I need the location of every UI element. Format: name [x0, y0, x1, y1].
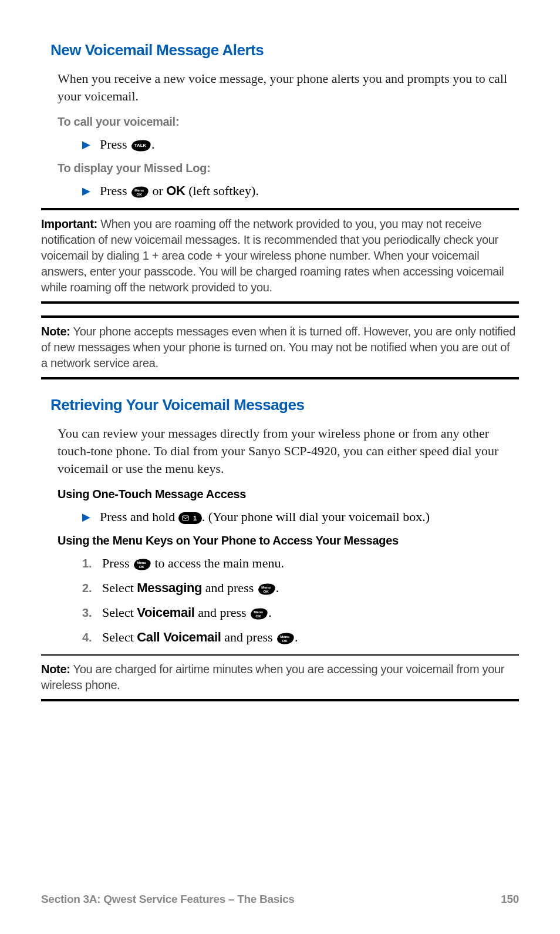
note-text: Your phone accepts messages even when it…: [41, 325, 515, 369]
svg-text:OK: OK: [256, 614, 262, 618]
svg-text:Menu: Menu: [261, 586, 271, 589]
step-text: Press: [102, 556, 133, 570]
important-text: When you are roaming off the network pro…: [41, 217, 504, 294]
menu-item-voicemail: Voicemail: [137, 605, 194, 620]
instruction-label-missed-log: To display your Missed Log:: [58, 162, 519, 175]
numbered-step-2: 2. Select Messaging and press MenuOK.: [82, 580, 519, 596]
step-text-pre: Press and hold: [100, 509, 178, 524]
step-text-pre: Press: [100, 137, 130, 152]
step-text-post: . (Your phone will dial your voicemail b…: [202, 509, 430, 524]
subheading-one-touch: Using One-Touch Message Access: [58, 488, 519, 501]
svg-rect-3: [178, 512, 202, 524]
step-text-post: .: [151, 137, 155, 152]
talk-key-icon: TALK: [130, 139, 151, 152]
footer-page-number: 150: [501, 893, 519, 906]
menu-ok-key-icon: MenuOK: [249, 607, 268, 620]
menu-item-messaging: Messaging: [137, 580, 202, 595]
step-number: 4.: [82, 631, 99, 644]
menu-ok-key-icon: MenuOK: [130, 186, 149, 199]
step-text: and press: [195, 605, 249, 620]
note-text: You are charged for airtime minutes when…: [41, 663, 504, 691]
intro-paragraph-2: You can review your messages directly fr…: [58, 425, 519, 477]
step-text: Select: [102, 580, 137, 595]
step-text: Select: [102, 605, 137, 620]
note-label: Note:: [41, 663, 70, 676]
instruction-label-call-voicemail: To call your voicemail:: [58, 115, 519, 129]
svg-text:OK: OK: [263, 590, 269, 593]
svg-text:OK: OK: [136, 193, 142, 196]
menu-ok-key-icon: MenuOK: [276, 632, 295, 645]
step-text-post: (left softkey).: [185, 183, 259, 198]
one-mail-key-icon: 1: [178, 512, 202, 524]
bullet-arrow-icon: ▶: [82, 138, 90, 151]
manual-page: New Voicemail Message Alerts When you re…: [0, 0, 560, 934]
note-callout-2: Note: You are charged for airtime minute…: [41, 654, 519, 701]
page-footer: Section 3A: Qwest Service Features – The…: [41, 893, 519, 906]
heading-retrieving-voicemail: Retrieving Your Voicemail Messages: [50, 396, 519, 414]
step-text-pre: Press: [100, 183, 130, 198]
step-text-mid: or: [149, 183, 166, 198]
step-one-touch: ▶ Press and hold 1. (Your phone will dia…: [82, 509, 519, 525]
step-missed-log: ▶ Press MenuOK or OK (left softkey).: [82, 183, 519, 199]
important-callout: Important: When you are roaming off the …: [41, 208, 519, 304]
step-call-voicemail: ▶ Press TALK.: [82, 137, 519, 152]
step-text: .: [295, 630, 298, 644]
footer-section-title: Section 3A: Qwest Service Features – The…: [41, 893, 295, 906]
note-label: Note:: [41, 325, 70, 338]
svg-text:1: 1: [193, 515, 197, 522]
numbered-step-4: 4. Select Call Voicemail and press MenuO…: [82, 630, 519, 645]
bullet-arrow-icon: ▶: [82, 184, 90, 197]
step-text: .: [268, 605, 272, 620]
step-number: 1.: [82, 557, 99, 570]
svg-text:Menu: Menu: [280, 635, 289, 639]
menu-item-call-voicemail: Call Voicemail: [137, 630, 221, 644]
svg-text:Menu: Menu: [137, 561, 146, 565]
numbered-step-3: 3. Select Voicemail and press MenuOK.: [82, 605, 519, 620]
important-label: Important:: [41, 217, 97, 230]
step-number: 3.: [82, 606, 99, 620]
step-text: and press: [202, 580, 257, 595]
step-text: .: [276, 580, 279, 595]
menu-ok-key-icon: MenuOK: [133, 558, 151, 571]
step-text: Select: [102, 630, 137, 644]
numbered-step-1: 1. Press MenuOK to access the main menu.: [82, 556, 519, 571]
step-number: 2.: [82, 582, 99, 595]
heading-new-voicemail-alerts: New Voicemail Message Alerts: [50, 41, 519, 59]
ok-softkey-label: OK: [166, 183, 185, 198]
step-text: to access the main menu.: [151, 556, 284, 570]
bullet-arrow-icon: ▶: [82, 510, 90, 523]
intro-paragraph-1: When you receive a new voice message, yo…: [58, 70, 519, 105]
menu-ok-key-icon: MenuOK: [257, 583, 276, 596]
svg-text:OK: OK: [282, 639, 288, 643]
svg-text:OK: OK: [139, 565, 144, 569]
svg-text:Menu: Menu: [254, 610, 263, 614]
subheading-menu-keys: Using the Menu Keys on Your Phone to Acc…: [58, 534, 519, 547]
step-text: and press: [221, 630, 276, 644]
note-callout-1: Note: Your phone accepts messages even w…: [41, 315, 519, 379]
svg-text:Menu: Menu: [134, 189, 144, 192]
svg-text:TALK: TALK: [134, 143, 147, 148]
